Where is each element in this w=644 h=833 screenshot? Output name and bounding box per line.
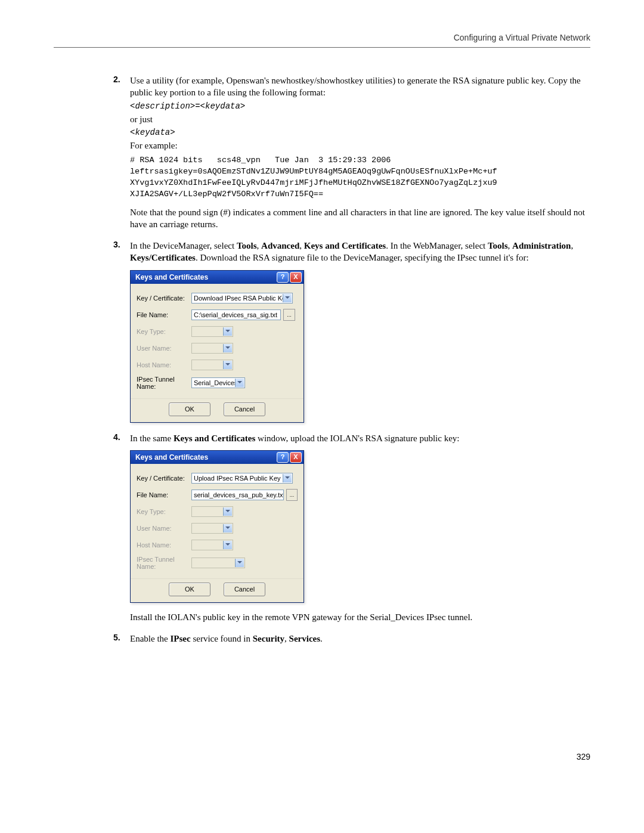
- tunnel-select: [191, 558, 245, 568]
- step-2: 2. Use a utility (for example, Openswan'…: [113, 75, 590, 230]
- chevron-down-icon: [285, 296, 290, 299]
- chevron-down-icon: [225, 510, 230, 512]
- key-cert-select[interactable]: Upload IPsec RSA Public Key: [191, 473, 293, 484]
- key-type-select: [191, 506, 233, 517]
- page-header: Configuring a Virtual Private Network: [54, 33, 590, 48]
- user-name-label: User Name:: [137, 345, 191, 352]
- rsa-example-block: # RSA 1024 bits scs48_vpn Tue Jan 3 15:2…: [130, 155, 590, 200]
- dialog-title: Keys and Certificates: [135, 273, 208, 281]
- step-2-note: Note that the pound sign (#) indicates a…: [130, 206, 590, 231]
- cancel-button[interactable]: Cancel: [224, 583, 265, 596]
- header-title: Configuring a Virtual Private Network: [454, 33, 590, 42]
- chevron-down-icon: [237, 381, 242, 383]
- key-type-label: Key Type:: [137, 508, 191, 515]
- step-5-text: Enable the IPsec service found in Securi…: [130, 633, 590, 645]
- step-4: 4. In the same Keys and Certificates win…: [113, 432, 590, 624]
- host-name-select: [191, 540, 233, 550]
- host-name-label: Host Name:: [137, 361, 191, 368]
- dialog-title: Keys and Certificates: [135, 453, 208, 462]
- code-template-1: <description>=<keydata>: [130, 101, 590, 111]
- user-name-label: User Name:: [137, 525, 191, 532]
- page-number: 329: [54, 752, 590, 761]
- step-3-text: In the DeviceManager, select Tools, Adva…: [130, 240, 590, 264]
- titlebar[interactable]: Keys and Certificates ? X: [131, 271, 304, 284]
- close-icon[interactable]: X: [290, 452, 302, 463]
- chevron-down-icon: [225, 346, 230, 349]
- host-name-label: Host Name:: [137, 541, 191, 549]
- file-name-label: File Name:: [137, 311, 191, 318]
- chevron-down-icon: [237, 561, 242, 563]
- key-cert-label: Key / Certificate:: [137, 295, 191, 302]
- step-4-text: In the same Keys and Certificates window…: [130, 432, 590, 444]
- browse-button[interactable]: ...: [283, 309, 295, 321]
- step-number: 3.: [113, 240, 120, 249]
- chevron-down-icon: [225, 527, 230, 529]
- step-4-after: Install the IOLAN's public key in the re…: [130, 611, 590, 623]
- user-name-select: [191, 523, 233, 534]
- cancel-button[interactable]: Cancel: [224, 402, 265, 416]
- chevron-down-icon: [225, 543, 230, 546]
- key-type-label: Key Type:: [137, 328, 191, 335]
- ok-button[interactable]: OK: [169, 402, 210, 416]
- or-just: or just: [130, 113, 590, 125]
- step-2-text: Use a utility (for example, Openswan's n…: [130, 75, 590, 99]
- chevron-down-icon: [225, 330, 230, 332]
- step-3: 3. In the DeviceManager, select Tools, A…: [113, 240, 590, 423]
- file-name-input[interactable]: C:\serial_devices_rsa_sig.txt: [191, 309, 281, 320]
- close-icon[interactable]: X: [290, 272, 302, 283]
- chevron-down-icon: [225, 363, 230, 366]
- keys-certificates-dialog-download: Keys and Certificates ? X Key / Certific…: [130, 270, 304, 423]
- titlebar[interactable]: Keys and Certificates ? X: [131, 451, 304, 464]
- for-example: For example:: [130, 140, 590, 151]
- key-type-select: [191, 326, 233, 337]
- user-name-select: [191, 343, 233, 354]
- step-number: 4.: [113, 432, 120, 442]
- help-icon[interactable]: ?: [277, 272, 289, 283]
- code-template-2: <keydata>: [130, 128, 590, 137]
- key-cert-select[interactable]: Download IPsec RSA Public Key: [191, 293, 293, 304]
- chevron-down-icon: [285, 476, 290, 479]
- help-icon[interactable]: ?: [277, 452, 289, 463]
- tunnel-select[interactable]: Serial_Devices: [191, 377, 245, 388]
- step-5: 5. Enable the IPsec service found in Sec…: [113, 633, 590, 645]
- file-name-input[interactable]: serial_devices_rsa_pub_key.txt: [191, 490, 284, 500]
- key-cert-label: Key / Certificate:: [137, 475, 191, 482]
- step-number: 5.: [113, 633, 120, 642]
- browse-button[interactable]: ...: [286, 489, 298, 501]
- tunnel-label: IPsec Tunnel Name:: [137, 556, 191, 570]
- keys-certificates-dialog-upload: Keys and Certificates ? X Key / Certific…: [130, 450, 304, 603]
- ok-button[interactable]: OK: [169, 583, 210, 596]
- step-number: 2.: [113, 75, 120, 84]
- host-name-select: [191, 360, 233, 370]
- tunnel-label: IPsec Tunnel Name:: [137, 376, 191, 390]
- file-name-label: File Name:: [137, 491, 191, 498]
